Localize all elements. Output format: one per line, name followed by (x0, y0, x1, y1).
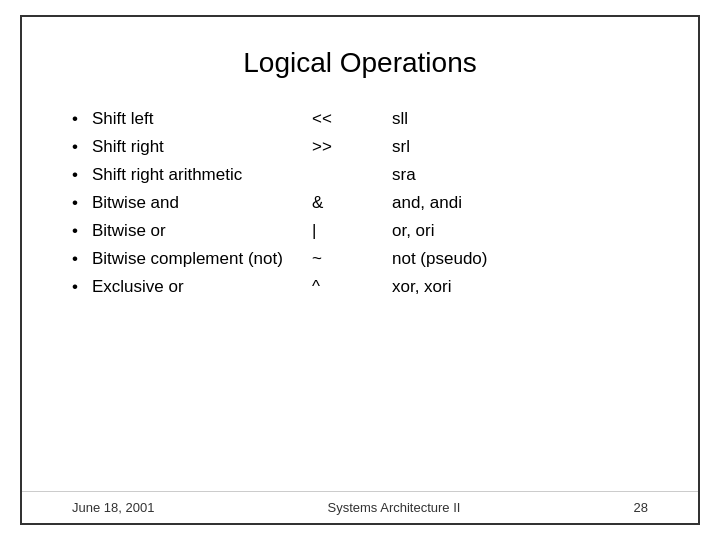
slide-title: Logical Operations (72, 47, 648, 79)
bullet-icon: • (72, 137, 92, 157)
bullet-icon: • (72, 249, 92, 269)
op-symbol: << (312, 109, 392, 129)
op-mnemonic: and, andi (392, 193, 462, 213)
footer-page: 28 (634, 500, 648, 515)
op-symbol: ~ (312, 249, 392, 269)
op-name: Shift left (92, 109, 312, 129)
op-mnemonic: sll (392, 109, 408, 129)
operations-list: •Shift left<<sll•Shift right>>srl•Shift … (72, 109, 648, 297)
op-name: Bitwise or (92, 221, 312, 241)
op-symbol: ^ (312, 277, 392, 297)
op-symbol: & (312, 193, 392, 213)
op-mnemonic: or, ori (392, 221, 435, 241)
op-name: Exclusive or (92, 277, 312, 297)
slide: Logical Operations •Shift left<<sll•Shif… (20, 15, 700, 525)
op-mnemonic: srl (392, 137, 410, 157)
list-item: •Exclusive or^xor, xori (72, 277, 648, 297)
bullet-icon: • (72, 165, 92, 185)
op-mnemonic: xor, xori (392, 277, 452, 297)
list-item: •Bitwise complement (not)~not (pseudo) (72, 249, 648, 269)
footer-title: Systems Architecture II (328, 500, 461, 515)
slide-content: Logical Operations •Shift left<<sll•Shif… (22, 17, 698, 491)
bullet-icon: • (72, 193, 92, 213)
list-item: •Bitwise and&and, andi (72, 193, 648, 213)
op-symbol: | (312, 221, 392, 241)
op-name: Shift right arithmetic (92, 165, 312, 185)
bullet-icon: • (72, 109, 92, 129)
op-name: Bitwise complement (not) (92, 249, 312, 269)
op-name: Shift right (92, 137, 312, 157)
op-symbol: >> (312, 137, 392, 157)
bullet-icon: • (72, 277, 92, 297)
op-name: Bitwise and (92, 193, 312, 213)
list-item: •Bitwise or|or, ori (72, 221, 648, 241)
slide-footer: June 18, 2001 Systems Architecture II 28 (22, 491, 698, 523)
op-mnemonic: not (pseudo) (392, 249, 487, 269)
op-mnemonic: sra (392, 165, 416, 185)
list-item: •Shift right>>srl (72, 137, 648, 157)
list-item: •Shift left<<sll (72, 109, 648, 129)
bullet-icon: • (72, 221, 92, 241)
footer-date: June 18, 2001 (72, 500, 154, 515)
list-item: •Shift right arithmeticsra (72, 165, 648, 185)
